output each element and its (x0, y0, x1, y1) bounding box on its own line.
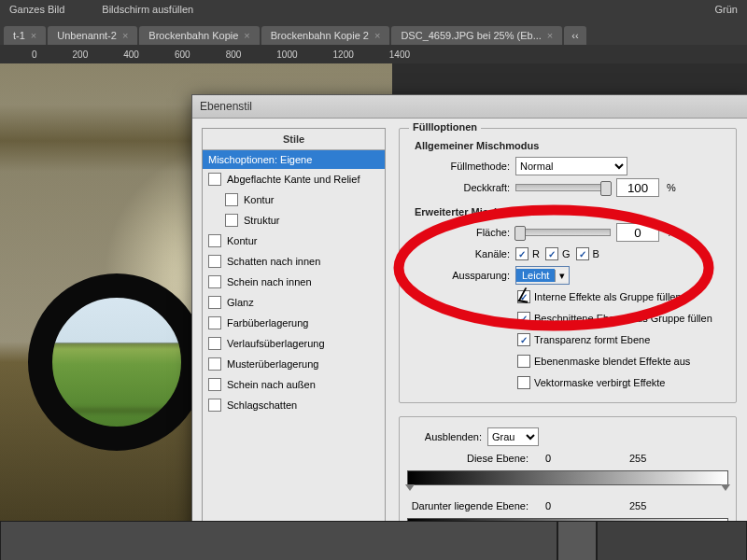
style-row-schein_innen[interactable]: Schein nach innen (203, 272, 385, 292)
close-icon[interactable] (547, 30, 553, 41)
fill-options-group: Füllloptionen Allgemeiner Mischmodus Fül… (399, 128, 737, 403)
style-row-label: Musterüberlagerung (227, 358, 318, 370)
strip-item[interactable]: Ganzes Bild (9, 4, 64, 15)
checkbox[interactable] (225, 193, 238, 206)
checkbox[interactable] (208, 173, 221, 186)
checkbox[interactable] (208, 296, 221, 309)
tabs-overflow[interactable]: ‹‹ (564, 26, 585, 45)
strip-item[interactable]: Grün (715, 4, 738, 15)
doc-tab[interactable]: Brockenbahn Kopie 2 (261, 26, 390, 45)
style-row-label: Schlagschatten (227, 399, 297, 411)
styles-header: Stile (203, 129, 385, 150)
style-row-verlaufueberl[interactable]: Verlaufsüberlagerung (203, 333, 385, 354)
style-row-label: Abgeflachte Kante und Relief (227, 174, 360, 185)
opt-beschnittene[interactable]: Beschnittene Ebenen als Gruppe füllen (517, 312, 712, 325)
section-label: Allgemeiner Mischmodus (415, 140, 728, 151)
label: Füllmethode: (407, 161, 510, 172)
style-row-label: Schatten nach innen (227, 256, 320, 267)
channel-b-checkbox[interactable]: B (576, 247, 599, 260)
doc-tab[interactable]: t-1 (4, 26, 46, 45)
style-row-glanz[interactable]: Glanz (203, 292, 385, 313)
style-row-label: Kontur (244, 194, 274, 205)
style-row-bevel[interactable]: Abgeflachte Kante und Relief (203, 169, 385, 189)
label: Darunter liegende Ebene: (407, 500, 529, 511)
fill-opacity-slider[interactable] (515, 229, 611, 236)
style-row-farbueberl[interactable]: Farbüberlagerung (203, 313, 385, 333)
knockout-select[interactable]: Leicht ▾ (515, 266, 570, 285)
doc-tab[interactable]: Unbenannt-2 (48, 26, 137, 45)
style-row-label: Kontur (227, 235, 257, 246)
chevron-down-icon: ▾ (555, 270, 569, 282)
style-row-schatten_innen[interactable]: Schatten nach innen (203, 251, 385, 272)
checkbox[interactable] (208, 255, 221, 268)
doc-tab[interactable]: DSC_4659.JPG bei 25% (Eb... (391, 26, 562, 45)
document-tabs: t-1 Unbenannt-2 Brockenbahn Kopie Brocke… (0, 19, 747, 45)
group-label: Füllloptionen (409, 121, 481, 133)
style-row-label: Verlaufsüberlagerung (227, 338, 325, 349)
close-icon[interactable] (31, 30, 36, 41)
checkbox[interactable] (208, 316, 221, 329)
opt-vektormaske[interactable]: Vektormaske verbirgt Effekte (517, 376, 665, 389)
style-row-schlagschatten[interactable]: Schlagschatten (203, 395, 385, 415)
dialog-title: Ebenenstil (200, 100, 252, 113)
canvas-area: Ebenenstil Stile Mischoptionen: EigeneAb… (0, 63, 747, 560)
bottom-panel-strip (0, 521, 747, 560)
close-icon[interactable] (374, 30, 380, 41)
label: Diese Ebene: (407, 453, 529, 464)
opt-transparenz[interactable]: Transparenz formt Ebene (517, 333, 650, 346)
strip-item[interactable]: Bildschirm ausfüllen (102, 4, 193, 15)
menu-strip: Ganzes Bild Bildschirm ausfüllen Grün (0, 0, 747, 19)
styles-list-panel: Stile Mischoptionen: EigeneAbgeflachte K… (202, 128, 386, 533)
dialog-title-bar[interactable]: Ebenenstil (192, 95, 747, 119)
fill-opacity-input[interactable] (616, 223, 659, 242)
blend-if-select[interactable]: Grau (487, 427, 539, 446)
opt-interne[interactable]: Interne Effekte als Gruppe füllen (517, 290, 682, 303)
checkbox[interactable] (208, 357, 221, 371)
lens-preview (28, 273, 205, 451)
style-row-struktur[interactable]: Struktur (203, 210, 385, 231)
blend-mode-select[interactable]: Normal (515, 157, 627, 175)
options-panel: Füllloptionen Allgemeiner Mischmodus Fül… (395, 119, 747, 542)
style-row-label: Schein nach außen (227, 379, 316, 390)
doc-tab[interactable]: Brockenbahn Kopie (139, 26, 259, 45)
close-icon[interactable] (244, 30, 249, 41)
checkbox[interactable] (208, 399, 221, 412)
channel-g-checkbox[interactable]: G (545, 247, 571, 260)
style-row-label: Mischoptionen: Eigene (208, 154, 312, 165)
style-row-kontur2[interactable]: Kontur (203, 231, 385, 251)
this-layer-gradient[interactable] (407, 470, 728, 485)
style-row-schein_aussen[interactable]: Schein nach außen (203, 374, 385, 395)
checkbox[interactable] (208, 378, 221, 391)
checkbox[interactable] (208, 234, 221, 247)
label: Deckkraft: (407, 182, 510, 193)
checkbox[interactable] (225, 214, 238, 227)
label: Fläche: (407, 227, 510, 238)
style-row-musterueberl[interactable]: Musterüberlagerung (203, 354, 385, 374)
style-row-kontur1[interactable]: Kontur (203, 189, 385, 210)
label: Kanäle: (407, 248, 510, 259)
close-icon[interactable] (122, 30, 128, 41)
label: Aussparung: (407, 270, 510, 281)
section-label: Erweiterter Mischmodus (415, 206, 728, 217)
opacity-input[interactable] (616, 178, 659, 197)
style-row-label: Farbüberlagerung (227, 317, 308, 329)
style-row-label: Schein nach innen (227, 276, 312, 287)
style-row-mischoptionen[interactable]: Mischoptionen: Eigene (203, 150, 385, 169)
opacity-slider[interactable] (515, 184, 611, 191)
style-row-label: Glanz (227, 297, 254, 308)
checkbox[interactable] (208, 275, 221, 288)
layer-style-dialog: Ebenenstil Stile Mischoptionen: EigeneAb… (191, 94, 747, 542)
checkbox[interactable] (208, 337, 221, 350)
style-row-label: Struktur (244, 215, 280, 226)
opt-ebenenmaske[interactable]: Ebenenmaske blendet Effekte aus (517, 355, 690, 368)
label: Ausblenden: (407, 431, 482, 442)
channel-r-checkbox[interactable]: R (515, 247, 540, 260)
ruler: 0200400600800100012001400 (0, 45, 747, 63)
